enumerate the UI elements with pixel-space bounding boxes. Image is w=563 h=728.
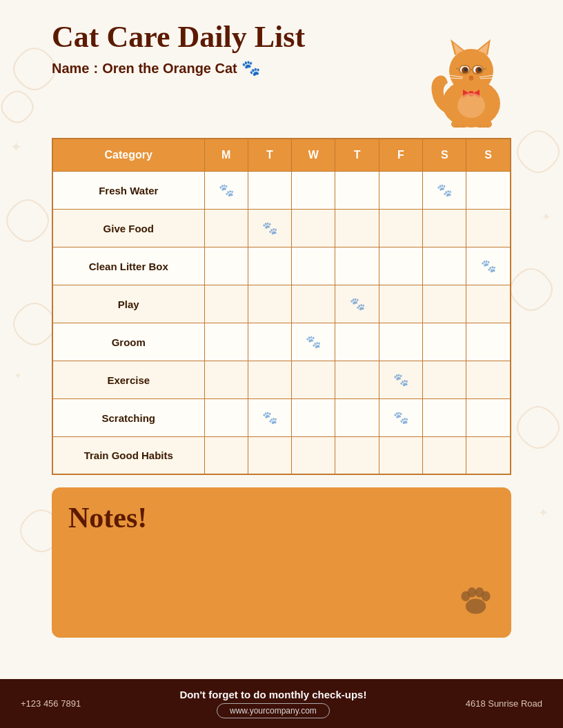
cell-give-food-wed[interactable] [292, 210, 335, 247]
cell-train-thu[interactable] [335, 437, 379, 474]
footer-address: 4618 Sunrise Road [466, 698, 542, 709]
cell-scratching-mon[interactable] [204, 399, 248, 437]
cell-groom-wed[interactable]: 🐾 [292, 323, 335, 361]
notes-paw-icon [457, 580, 495, 625]
svg-point-5 [449, 49, 493, 93]
notes-title: Notes! [68, 501, 495, 534]
name-separator: : [93, 61, 98, 77]
cell-clean-litter-wed[interactable] [292, 247, 335, 285]
cell-fresh-water-wed[interactable] [292, 172, 335, 210]
cell-paw-decoration: 🐾 [262, 411, 277, 425]
footer-tagline: Don't forget to do monthly check-ups! [81, 689, 466, 700]
cell-exercise-tue[interactable] [248, 361, 291, 399]
row-label-train-good-habits: Train Good Habits [52, 437, 204, 474]
cell-play-tue[interactable] [248, 285, 291, 323]
cell-clean-litter-thu[interactable] [335, 247, 379, 285]
cell-train-sat[interactable] [423, 437, 466, 474]
row-label-clean-litter: Clean Litter Box [52, 247, 204, 285]
notes-section: Notes! [52, 487, 511, 638]
pet-name: Oren the Orange Cat [102, 61, 237, 77]
paw-icon: 🐾 [241, 59, 260, 77]
cell-give-food-sat[interactable] [423, 210, 466, 247]
table-header-row: Category M T W T F S S [52, 139, 511, 172]
table-row: Exercise 🐾 [52, 361, 511, 399]
cell-groom-fri[interactable] [379, 323, 422, 361]
cell-train-fri[interactable] [379, 437, 422, 474]
cell-play-sun[interactable] [466, 285, 511, 323]
cell-groom-tue[interactable] [248, 323, 291, 361]
cell-clean-litter-fri[interactable] [379, 247, 422, 285]
row-label-scratching: Scratching [52, 399, 204, 437]
cell-play-fri[interactable] [379, 285, 422, 323]
table-row: Scratching 🐾 🐾 [52, 399, 511, 437]
cell-clean-litter-tue[interactable] [248, 247, 291, 285]
cell-give-food-tue[interactable]: 🐾 [248, 210, 291, 247]
row-label-give-food: Give Food [52, 210, 204, 247]
cell-play-sat[interactable] [423, 285, 466, 323]
cell-fresh-water-sat[interactable]: 🐾 [423, 172, 466, 210]
cell-give-food-sun[interactable] [466, 210, 511, 247]
cell-exercise-sun[interactable] [466, 361, 511, 399]
notes-content[interactable] [68, 541, 495, 624]
svg-point-15 [478, 68, 482, 72]
subtitle: Name : Oren the Orange Cat 🐾 [52, 59, 422, 77]
cell-give-food-fri[interactable] [379, 210, 422, 247]
cell-scratching-tue[interactable]: 🐾 [248, 399, 291, 437]
day-header-mon: M [204, 139, 248, 172]
cell-train-wed[interactable] [292, 437, 335, 474]
cell-play-thu[interactable]: 🐾 [335, 285, 379, 323]
cell-scratching-thu[interactable] [335, 399, 379, 437]
cell-fresh-water-mon[interactable]: 🐾 [204, 172, 248, 210]
cell-groom-sun[interactable] [466, 323, 511, 361]
cell-fresh-water-sun[interactable] [466, 172, 511, 210]
row-label-groom: Groom [52, 323, 204, 361]
cell-clean-litter-mon[interactable] [204, 247, 248, 285]
care-table: Category M T W T F S S Fresh Water 🐾 [52, 138, 511, 475]
cell-give-food-thu[interactable] [335, 210, 379, 247]
cell-paw-decoration: 🐾 [306, 335, 321, 349]
cell-train-tue[interactable] [248, 437, 291, 474]
cell-scratching-sun[interactable] [466, 399, 511, 437]
cell-fresh-water-tue[interactable] [248, 172, 291, 210]
cell-groom-sat[interactable] [423, 323, 466, 361]
svg-point-38 [466, 598, 486, 614]
cell-exercise-thu[interactable] [335, 361, 379, 399]
cell-fresh-water-thu[interactable] [335, 172, 379, 210]
main-content: Cat Care Daily List Name : Oren the Oran… [0, 0, 563, 475]
row-label-play: Play [52, 285, 204, 323]
svg-point-29 [457, 93, 485, 118]
cell-groom-mon[interactable] [204, 323, 248, 361]
table-row: Clean Litter Box 🐾 [52, 247, 511, 285]
cell-paw-decoration: 🐾 [262, 221, 277, 235]
title-section: Cat Care Daily List Name : Oren the Oran… [52, 21, 422, 77]
day-header-fri: F [379, 139, 422, 172]
footer: +123 456 7891 Don't forget to do monthly… [0, 679, 563, 728]
cell-clean-litter-sat[interactable] [423, 247, 466, 285]
cell-clean-litter-sun[interactable]: 🐾 [466, 247, 511, 285]
cell-paw-decoration: 🐾 [437, 183, 452, 197]
table-row: Fresh Water 🐾 🐾 [52, 172, 511, 210]
table-row: Groom 🐾 [52, 323, 511, 361]
cell-paw-decoration: 🐾 [481, 259, 496, 273]
footer-center: Don't forget to do monthly check-ups! ww… [81, 689, 466, 718]
cell-train-mon[interactable] [204, 437, 248, 474]
day-header-wed: W [292, 139, 335, 172]
cell-train-sun[interactable] [466, 437, 511, 474]
cell-play-mon[interactable] [204, 285, 248, 323]
cell-scratching-fri[interactable]: 🐾 [379, 399, 422, 437]
cell-fresh-water-fri[interactable] [379, 172, 422, 210]
cell-give-food-mon[interactable] [204, 210, 248, 247]
cell-exercise-wed[interactable] [292, 361, 335, 399]
day-header-tue: T [248, 139, 291, 172]
cell-paw-decoration: 🐾 [393, 373, 408, 387]
cell-scratching-sat[interactable] [423, 399, 466, 437]
cell-exercise-fri[interactable]: 🐾 [379, 361, 422, 399]
cell-scratching-wed[interactable] [292, 399, 335, 437]
name-label: Name [52, 61, 89, 77]
cell-exercise-mon[interactable] [204, 361, 248, 399]
cell-exercise-sat[interactable] [423, 361, 466, 399]
footer-url[interactable]: www.yourcompany.com [217, 703, 330, 718]
cell-play-wed[interactable] [292, 285, 335, 323]
cell-groom-thu[interactable] [335, 323, 379, 361]
svg-point-42 [482, 591, 491, 601]
